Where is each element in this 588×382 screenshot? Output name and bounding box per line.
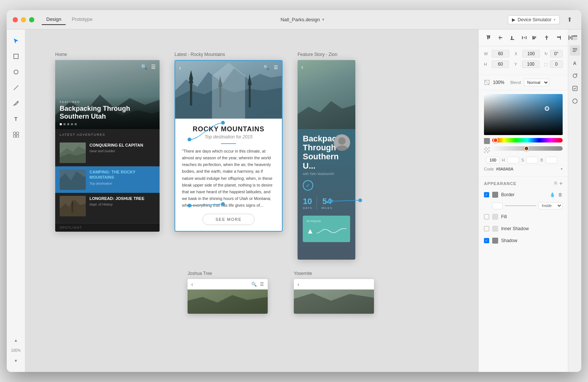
opacity-value[interactable]: 100% xyxy=(493,80,504,85)
device-sim-dropdown-icon: ▾ xyxy=(554,18,556,22)
see-more-button[interactable]: SEE MORE xyxy=(202,214,255,225)
zoom-down-icon[interactable]: ▼ xyxy=(9,354,23,367)
color-gradient[interactable] xyxy=(484,94,563,135)
border-checkbox[interactable]: ✓ xyxy=(484,192,489,197)
hue-slider[interactable] xyxy=(492,138,563,143)
adventure-item-joshua[interactable]: LONGREAD: JOSHUE TREE Dept. of History xyxy=(60,193,155,219)
adventure-item-elcapitan[interactable]: CONQUERING EL CAPITAN Gear and Guides xyxy=(60,140,155,166)
joshua-search-icon[interactable]: 🔍 xyxy=(251,282,257,287)
rocky-info: CAMPING: THE ROCKY MOUNTAINS Top destina… xyxy=(89,169,155,190)
h-input[interactable]: 0 xyxy=(507,157,519,163)
yosemite-mockup[interactable]: ‹ xyxy=(294,279,374,314)
s-input[interactable]: 0 xyxy=(526,157,538,163)
hsb-row: H 0 S 0 B 54 xyxy=(484,157,563,163)
cursor-tool[interactable] xyxy=(9,34,23,47)
back-icon[interactable]: ‹ xyxy=(179,65,181,71)
mockups-bottom-row: Joshua Tree ‹ 🔍 ☰ xyxy=(25,267,478,314)
opacity-pct-input[interactable] xyxy=(486,157,500,163)
search-icon[interactable]: 🔍 xyxy=(141,64,147,70)
article-menu-icon[interactable]: ☰ xyxy=(274,65,278,71)
svg-rect-32 xyxy=(526,36,526,39)
svg-rect-24 xyxy=(487,36,488,39)
feature-back-icon[interactable]: ‹ xyxy=(301,64,303,71)
fullscreen-button[interactable] xyxy=(29,17,34,22)
pen-tool[interactable] xyxy=(9,97,23,110)
border-color-dot[interactable] xyxy=(492,192,498,198)
joshua-thumb xyxy=(60,196,86,216)
panel-icon-5[interactable] xyxy=(570,83,580,94)
panel-icon-6[interactable] xyxy=(570,96,580,106)
dropdown-arrow-icon[interactable]: ▾ xyxy=(322,17,324,22)
minimize-button[interactable] xyxy=(21,17,26,22)
brightness-handle[interactable] xyxy=(524,146,529,151)
joshua-back-icon[interactable]: ‹ xyxy=(191,281,193,287)
zoom-up-icon[interactable]: ▲ xyxy=(9,334,23,347)
y-label: Y xyxy=(514,62,520,66)
border-width-input[interactable]: 1 xyxy=(492,203,503,209)
blend-mode-select[interactable]: Normal Multiply Screen xyxy=(524,79,549,86)
shadow-checkbox[interactable]: ✓ xyxy=(484,238,489,243)
menu-icon[interactable]: ☰ xyxy=(151,64,156,70)
color-swatch[interactable] xyxy=(484,138,490,144)
tab-design[interactable]: Design xyxy=(42,14,66,25)
align-distribute-icon[interactable] xyxy=(519,32,529,43)
joshua-menu-icon[interactable]: ☰ xyxy=(260,282,264,287)
color-picker-handle[interactable] xyxy=(545,106,549,111)
yosemite-back-icon[interactable]: ‹ xyxy=(298,281,299,287)
article-screen-label: Latest - Rocky Mountains xyxy=(174,52,225,57)
device-sim-label: Device Simulator xyxy=(518,17,551,22)
svg-rect-35 xyxy=(533,38,535,39)
joshua-info: LONGREAD: JOSHUE TREE Dept. of History xyxy=(89,196,155,216)
svg-rect-30 xyxy=(522,36,523,39)
feature-screen-mockup[interactable]: ‹ BackpackiThroughSouthern U... with Tal… xyxy=(298,60,355,260)
align-bottom-icon[interactable] xyxy=(507,32,518,43)
corner-icon: ⬚ xyxy=(544,62,548,67)
shadow-label: Shadow xyxy=(501,238,563,243)
component-tool[interactable] xyxy=(9,128,23,141)
height-input[interactable]: 60 xyxy=(492,60,509,68)
add-appearance-icon[interactable]: + xyxy=(559,181,563,187)
close-button[interactable] xyxy=(13,17,18,22)
rectangle-tool[interactable] xyxy=(9,50,23,63)
border-eyedropper-icon[interactable]: 💧 xyxy=(550,192,555,197)
device-simulator-button[interactable]: ▶ Device Simulator ▾ xyxy=(508,15,560,24)
panel-icon-4[interactable] xyxy=(570,71,580,81)
y-input[interactable]: 100 xyxy=(522,60,540,68)
adventure-item-rocky[interactable]: CAMPING: THE ROCKY MOUNTAINS Top destina… xyxy=(55,166,160,193)
panel-icon-1[interactable] xyxy=(570,32,580,43)
line-tool[interactable] xyxy=(9,81,23,94)
fill-checkbox[interactable] xyxy=(484,214,489,219)
home-screen-mockup[interactable]: 🔍 ☰ FEATURED Backpacking Through Souther… xyxy=(55,60,160,232)
fill-color-dot[interactable] xyxy=(492,214,498,220)
circle-tool[interactable] xyxy=(9,65,23,79)
border-delete-icon[interactable]: 🗑 xyxy=(558,192,563,197)
article-screen-mockup[interactable]: ‹ 🔍 ☰ ROCKY MOUNTAINS Top destination fo… xyxy=(174,60,283,232)
b-input[interactable]: 54 xyxy=(545,157,557,163)
appearance-header: APPEARANCE ⎘ + xyxy=(484,181,563,187)
article-search-icon[interactable]: 🔍 xyxy=(263,65,269,71)
copy-appearance-icon[interactable]: ⎘ xyxy=(554,181,557,187)
export-button[interactable]: ⬆ xyxy=(563,14,575,26)
align-center-icon[interactable] xyxy=(541,32,552,43)
text-tool[interactable]: T xyxy=(9,112,23,126)
align-middle-icon[interactable] xyxy=(495,32,506,43)
align-right-h-icon[interactable] xyxy=(553,32,564,43)
panel-icon-2[interactable] xyxy=(570,45,580,56)
elcapitan-subtitle: Gear and Guides xyxy=(89,149,155,153)
border-position-select[interactable]: Inside Outside Center xyxy=(538,202,563,209)
inner-shadow-color-dot[interactable] xyxy=(492,226,498,232)
width-input[interactable]: 60 xyxy=(492,50,509,57)
hex-expand-icon[interactable]: ▾ xyxy=(561,167,563,171)
rotation-input[interactable]: 0° xyxy=(550,50,563,57)
panel-icon-3[interactable]: A xyxy=(570,58,580,68)
corner-input[interactable]: 0 xyxy=(550,60,563,68)
hue-handle[interactable] xyxy=(493,138,498,143)
hex-value[interactable]: #8A8A8A xyxy=(496,167,559,171)
tab-prototype[interactable]: Prototype xyxy=(67,14,97,25)
align-top-icon[interactable] xyxy=(483,32,494,43)
align-left-icon[interactable] xyxy=(529,32,540,43)
shadow-color-dot[interactable] xyxy=(492,238,498,244)
inner-shadow-checkbox[interactable] xyxy=(484,226,489,231)
joshua-mockup[interactable]: ‹ 🔍 ☰ xyxy=(188,279,268,314)
x-input[interactable]: 100 xyxy=(522,50,540,57)
